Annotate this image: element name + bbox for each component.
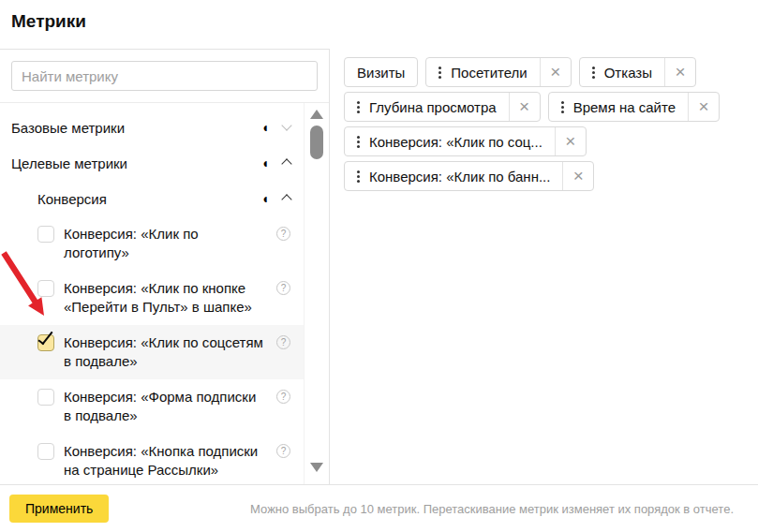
chip-label: Время на сайте [573,99,676,115]
remove-metric-button[interactable]: × [555,127,586,155]
scroll-up-button[interactable] [310,110,323,119]
metric-checkbox-checked[interactable] [37,334,54,351]
metrics-tree-wrap: Базовые метрики ◐ Целевые метрики ◐ Конв… [0,103,329,484]
metric-option-label: Конверсия: «Клик по логотипу» [64,225,267,262]
drag-handle-icon[interactable] [561,106,564,109]
search-bar [0,50,329,103]
chip-label: Посетители [451,65,527,81]
selected-metrics-chips: Визиты Посетители × Отказы × [344,57,745,191]
help-icon[interactable]: ? [276,227,290,241]
chip-label: Отказы [604,65,652,81]
dialog-header: Метрики [0,0,758,49]
metric-option-row[interactable]: Конверсия: «Форма подписки в подвале» ? [0,379,304,434]
chip-label: Конверсия: «Клик по соц... [369,134,542,150]
section-goal-metrics[interactable]: Целевые метрики ◐ [0,145,304,181]
apply-button[interactable]: Применить [9,495,109,523]
metric-chip[interactable]: Посетители × [425,57,571,87]
drag-handle-icon[interactable] [357,140,360,143]
subsection-label: Конверсия [37,191,263,207]
scrollbar-thumb[interactable] [310,126,323,159]
metrics-picker-dialog: Базовые метрики ◐ Целевые метрики ◐ Конв… [0,49,758,484]
metric-chip[interactable]: Отказы × [579,57,696,87]
footer-hint: Можно выбрать до 10 метрик. Перетаскиван… [127,502,734,516]
metric-option-label: Конверсия: «Форма подписки в подвале» [64,388,267,425]
subsection-conversion[interactable]: Конверсия ◐ [0,181,304,216]
help-icon[interactable]: ? [276,335,290,349]
remove-metric-button[interactable]: × [509,93,540,121]
help-icon[interactable]: ? [276,444,290,458]
remove-metric-button[interactable]: × [562,162,593,190]
chevron-up-icon [281,194,291,204]
metrics-list-panel: Базовые метрики ◐ Целевые метрики ◐ Конв… [0,49,330,484]
search-input[interactable] [11,61,318,91]
page-title: Метрики [11,11,747,32]
checkmark-icon [38,329,53,346]
selected-metrics-panel: Визиты Посетители × Отказы × [330,49,758,484]
metric-option-row[interactable]: Конверсия: «Кнопка подписки на странице … [0,434,304,488]
half-circle-icon: ◐ [263,156,271,170]
metric-chip-visits: Визиты [344,57,418,87]
metric-checkbox[interactable] [37,226,54,243]
half-circle-icon: ◐ [263,121,271,134]
chevron-down-icon [281,120,291,130]
remove-metric-button[interactable]: × [664,58,695,86]
metric-option-row[interactable]: Конверсия: «Клик по кнопке «Перейти в Пу… [0,271,304,325]
drag-handle-icon[interactable] [357,106,360,109]
metric-checkbox[interactable] [37,443,54,460]
drag-handle-icon[interactable] [592,71,595,74]
chip-label: Визиты [357,65,405,81]
metric-option-label: Конверсия: «Клик по кнопке «Перейти в Пу… [64,279,267,317]
section-basic-metrics[interactable]: Базовые метрики ◐ [0,110,304,145]
dialog-footer: Применить Можно выбрать до 10 метрик. Пе… [0,484,758,532]
scroll-down-button[interactable] [310,463,323,472]
chip-label: Конверсия: «Клик по банн... [369,169,550,185]
scrollbar[interactable] [304,103,329,484]
help-icon[interactable]: ? [276,281,290,295]
section-label: Целевые метрики [11,155,263,171]
drag-handle-icon[interactable] [438,71,441,74]
metrics-tree: Базовые метрики ◐ Целевые метрики ◐ Конв… [0,103,304,484]
drag-handle-icon[interactable] [357,175,360,178]
metric-option-row-selected[interactable]: Конверсия: «Клик по соцсетям в подвале» … [0,325,304,379]
metric-option-label: Конверсия: «Клик по соцсетям в подвале» [64,333,267,371]
metric-checkbox[interactable] [37,389,54,406]
metric-option-row[interactable]: Конверсия: «Клик по логотипу» ? [0,216,304,271]
remove-metric-button[interactable]: × [688,93,719,121]
metric-checkbox[interactable] [37,280,54,297]
metric-chip[interactable]: Глубина просмотра × [344,92,541,122]
help-icon[interactable]: ? [276,390,290,404]
section-label: Базовые метрики [11,120,263,136]
chevron-up-icon [281,158,291,169]
metric-chip[interactable]: Время на сайте × [548,92,720,122]
metric-chip[interactable]: Конверсия: «Клик по соц... × [344,126,587,156]
metric-option-label: Конверсия: «Кнопка подписки на странице … [64,442,267,480]
metric-chip[interactable]: Конверсия: «Клик по банн... × [344,161,594,191]
half-circle-icon: ◐ [263,192,271,205]
remove-metric-button[interactable]: × [540,58,571,86]
chip-label: Глубина просмотра [369,99,497,115]
